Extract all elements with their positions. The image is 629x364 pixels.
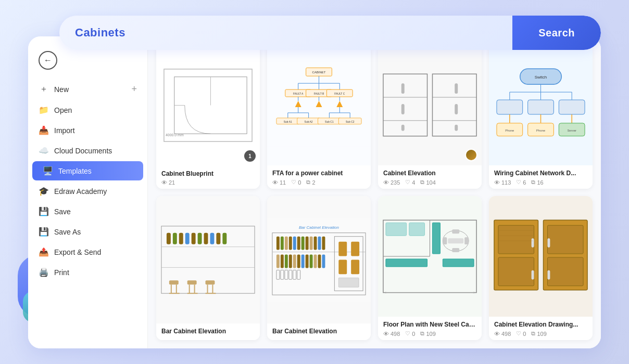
card-title-bar-elev2: Bar Cabinet Elevation [272, 328, 366, 335]
sidebar: ← ＋ New + 📁 Open 📥 Import ☁️ Cloud Docum… [28, 36, 148, 348]
card-stats-floor: 👁 498 ♡ 0 ⧉ 109 [383, 330, 476, 337]
card-image-blueprint: 4000.0 mm 1 [156, 45, 260, 166]
svg-rect-148 [432, 223, 440, 254]
card-image-elevation [378, 45, 482, 165]
templates-icon: 🖥️ [43, 166, 53, 176]
card-stats-drawing: 👁 498 ♡ 0 ⧉ 109 [494, 330, 587, 337]
sidebar-label-save: Save [54, 207, 71, 216]
sidebar-item-academy[interactable]: 🎓 Edraw Academy [28, 181, 147, 201]
svg-rect-80 [173, 233, 177, 244]
svg-rect-169 [547, 270, 550, 280]
svg-rect-124 [306, 255, 309, 268]
search-button[interactable]: Search [512, 16, 601, 50]
svg-rect-50 [455, 83, 458, 94]
academy-icon: 🎓 [39, 186, 49, 196]
card-stats-elevation: 👁 235 ♡ 4 ⧉ 104 [383, 179, 476, 186]
svg-rect-65 [559, 100, 585, 114]
card-title-floor: Floor Plan with New Steel Cabinets [383, 321, 476, 328]
stat-views-net: 👁 113 [494, 179, 511, 186]
card-image-cabinet-draw [489, 196, 593, 317]
save-as-icon: 💾 [39, 227, 49, 237]
stat-copies-fta: ⧉ 2 [306, 179, 315, 186]
svg-rect-81 [179, 233, 183, 244]
card-footer-network: Wiring Cabinet Network D... 👁 113 ♡ 6 ⧉ … [489, 165, 593, 189]
card-footer-floor: Floor Plan with New Steel Cabinets 👁 498… [378, 317, 482, 340]
svg-rect-120 [289, 255, 292, 268]
card-title-drawing: Cabinet Elevation Drawing... [494, 321, 587, 328]
sidebar-item-import[interactable]: 📥 Import [28, 121, 147, 140]
sidebar-label-save-as: Save As [54, 228, 81, 236]
svg-rect-152 [443, 237, 447, 244]
sidebar-item-new[interactable]: ＋ New + [28, 79, 147, 99]
card-image-floor [378, 196, 482, 317]
svg-rect-115 [318, 237, 321, 250]
sidebar-item-save-as[interactable]: 💾 Save As [28, 222, 147, 241]
svg-rect-125 [310, 255, 313, 268]
svg-text:Bar Cabinet Elevation: Bar Cabinet Elevation [299, 225, 339, 230]
svg-rect-163 [498, 257, 534, 286]
svg-rect-63 [497, 100, 523, 114]
svg-rect-121 [293, 255, 296, 268]
card-floor-plan[interactable]: Floor Plan with New Steel Cabinets 👁 498… [378, 196, 482, 340]
stat-copies-elev: ⧉ 104 [420, 179, 435, 186]
card-footer-drawing: Cabinet Elevation Drawing... 👁 498 ♡ 0 ⧉… [489, 317, 593, 340]
svg-rect-138 [338, 260, 347, 275]
svg-text:Sub A2: Sub A2 [305, 121, 313, 123]
svg-rect-86 [210, 233, 214, 244]
card-title-blueprint: Cabinet Blueprint [161, 170, 255, 177]
card-stats-blueprint: 👁 21 [161, 179, 255, 186]
sidebar-item-print[interactable]: 🖨️ Print [28, 263, 147, 282]
views-count: 21 [169, 179, 175, 186]
card-bar-cabinet[interactable]: Bar Cabinet Elevation [156, 196, 260, 340]
eye-icon: 👁 [161, 179, 167, 186]
svg-text:Sub C2: Sub C2 [346, 121, 355, 123]
svg-rect-140 [338, 278, 359, 287]
search-input-area[interactable]: Cabinets [59, 26, 512, 40]
sidebar-item-save[interactable]: 💾 Save [28, 202, 147, 221]
svg-rect-153 [464, 237, 469, 244]
open-icon: 📁 [39, 105, 49, 115]
sidebar-item-cloud[interactable]: ☁️ Cloud Documents [28, 141, 147, 160]
card-cabinet-drawing[interactable]: Cabinet Elevation Drawing... 👁 498 ♡ 0 ⧉… [489, 196, 593, 340]
stat-likes-fta: ♡ 0 [291, 179, 301, 186]
card-cabinet-blueprint[interactable]: 4000.0 mm 1 Cabinet Blueprint 👁 21 [156, 45, 260, 189]
svg-rect-88 [222, 233, 227, 244]
svg-rect-64 [528, 100, 554, 114]
svg-rect-84 [198, 233, 202, 244]
card-image-fta: CABINET FAULT A FAULT B FAULT C [267, 45, 371, 165]
back-button[interactable]: ← [39, 51, 57, 70]
svg-rect-166 [532, 238, 534, 248]
import-icon: 📥 [39, 125, 49, 135]
card-bar-elev2[interactable]: Bar Cabinet Elevation [267, 196, 371, 340]
card-title-elevation: Cabinet Elevation [383, 170, 476, 177]
sidebar-label-import: Import [54, 126, 75, 135]
svg-rect-127 [318, 255, 321, 268]
svg-text:FAULT C: FAULT C [334, 93, 345, 95]
svg-text:CABINET: CABINET [312, 71, 326, 74]
stat-copies-floor: ⧉ 109 [420, 330, 435, 337]
sidebar-item-export[interactable]: 📤 Export & Send [28, 242, 147, 262]
svg-rect-149 [443, 259, 474, 267]
search-bar: Cabinets Search [59, 16, 601, 50]
sidebar-label-open: Open [54, 106, 72, 114]
svg-rect-117 [276, 255, 280, 268]
svg-rect-146 [409, 223, 425, 236]
card-wiring-network[interactable]: Switch [489, 45, 593, 189]
sidebar-label-print: Print [54, 268, 69, 277]
stat-likes-elev: ♡ 4 [405, 179, 415, 186]
card-fta-power[interactable]: CABINET FAULT A FAULT B FAULT C [267, 45, 371, 189]
svg-text:Switch: Switch [535, 75, 547, 80]
svg-rect-155 [452, 248, 459, 252]
svg-rect-109 [293, 237, 296, 250]
svg-rect-118 [281, 255, 284, 268]
save-icon: 💾 [39, 206, 49, 216]
sidebar-item-templates[interactable]: 🖥️ Templates [32, 161, 143, 180]
svg-rect-114 [314, 237, 317, 250]
avatar-elevation [465, 149, 477, 161]
content-grid: 4000.0 mm 1 Cabinet Blueprint 👁 21 [148, 36, 601, 348]
svg-rect-147 [386, 259, 427, 267]
sidebar-item-open[interactable]: 📁 Open [28, 100, 147, 120]
stat-likes-draw: ♡ 0 [516, 330, 526, 337]
card-cabinet-elevation[interactable]: Cabinet Elevation 👁 235 ♡ 4 ⧉ 104 [378, 45, 482, 189]
svg-text:FAULT B: FAULT B [314, 93, 324, 95]
